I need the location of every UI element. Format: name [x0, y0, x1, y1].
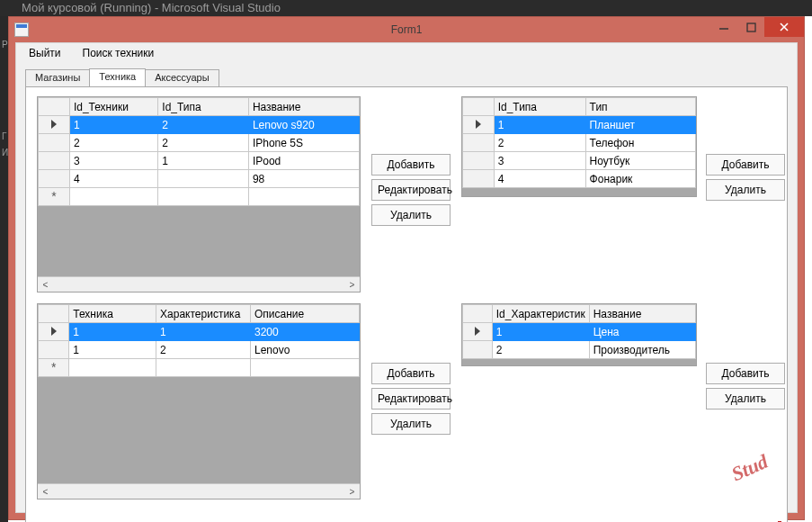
cell[interactable]: 2 [492, 341, 589, 359]
btn-type-delete[interactable]: Удалить [706, 179, 785, 201]
new-row[interactable]: * [39, 188, 360, 206]
btn-tech-edit[interactable]: Редактировать [371, 179, 451, 201]
cell[interactable]: Телефон [585, 134, 695, 152]
cell[interactable]: Производитель [589, 341, 695, 359]
table-row[interactable]: 2Производитель [463, 341, 696, 359]
cell[interactable] [158, 188, 249, 206]
column-header[interactable]: Описание [250, 305, 359, 323]
cell[interactable]: 3200 [250, 323, 359, 341]
column-header[interactable]: Id_Техники [69, 98, 157, 116]
cell[interactable]: Lenovo s920 [248, 116, 359, 134]
row-header[interactable] [463, 323, 493, 341]
scroll-left-icon[interactable]: < [38, 277, 53, 292]
btn-tc-edit[interactable]: Редактировать [371, 388, 451, 410]
table-row[interactable]: 22IPhone 5S [39, 134, 360, 152]
column-header[interactable]: Тип [585, 98, 695, 116]
column-header[interactable]: Название [248, 98, 359, 116]
row-header[interactable] [39, 323, 69, 341]
tab-accessories[interactable]: Аксессуары [145, 69, 219, 87]
cell[interactable]: Фонарик [585, 170, 695, 188]
table-row[interactable]: 113200 [39, 323, 360, 341]
cell[interactable]: Lenovo [250, 341, 359, 359]
cell[interactable]: 1 [158, 152, 249, 170]
row-header-corner[interactable] [463, 305, 493, 323]
scroll-left-icon[interactable]: < [38, 484, 53, 500]
cell[interactable]: 2 [158, 116, 249, 134]
title-bar[interactable]: Form1 [9, 17, 804, 42]
table-row[interactable]: 3Ноутбук [463, 152, 696, 170]
cell[interactable] [158, 170, 249, 188]
btn-tech-delete[interactable]: Удалить [371, 204, 451, 226]
maximize-button[interactable] [737, 17, 764, 37]
table-row[interactable]: 498 [39, 170, 360, 188]
cell[interactable]: Планшет [585, 116, 695, 134]
cell[interactable]: 3 [494, 152, 585, 170]
cell[interactable]: 2 [158, 134, 249, 152]
cell[interactable]: 2 [494, 134, 585, 152]
cell[interactable]: 1 [156, 323, 251, 341]
row-header[interactable] [39, 341, 69, 359]
column-header[interactable]: Характеристика [156, 305, 251, 323]
grid-tech-char[interactable]: ТехникаХарактеристикаОписание11320012Len… [37, 303, 361, 500]
menu-search-tech[interactable]: Поиск техники [74, 44, 164, 62]
cell[interactable] [248, 188, 359, 206]
row-header-corner[interactable] [39, 305, 69, 323]
table-row[interactable]: 2Телефон [463, 134, 696, 152]
cell[interactable]: 1 [69, 116, 157, 134]
row-header[interactable] [463, 341, 493, 359]
cell[interactable]: Цена [589, 323, 695, 341]
grid-char[interactable]: Id_ХарактеристикНазвание1Цена2Производит… [461, 303, 697, 366]
minimize-button[interactable] [710, 17, 737, 37]
row-header[interactable]: * [39, 188, 70, 206]
column-header[interactable]: Техника [69, 305, 156, 323]
table-row[interactable]: 12Lenovo [39, 341, 360, 359]
cell[interactable]: 2 [69, 134, 157, 152]
column-header[interactable]: Id_Характеристик [492, 305, 589, 323]
btn-tc-add[interactable]: Добавить [371, 363, 451, 384]
row-header-corner[interactable] [39, 98, 70, 116]
horizontal-scrollbar[interactable]: <> [38, 483, 360, 499]
btn-tc-delete[interactable]: Удалить [371, 413, 451, 435]
column-header[interactable]: Название [589, 305, 695, 323]
cell[interactable]: 98 [248, 170, 359, 188]
scroll-right-icon[interactable]: > [344, 484, 360, 500]
table-row[interactable]: 1Цена [463, 323, 696, 341]
cell[interactable] [69, 188, 157, 206]
row-header[interactable] [39, 134, 70, 152]
close-button[interactable] [764, 17, 804, 37]
cell[interactable] [156, 359, 251, 377]
tab-tech[interactable]: Техника [89, 68, 146, 86]
row-header[interactable] [463, 152, 495, 170]
grid-technique[interactable]: Id_ТехникиId_ТипаНазвание12Lenovo s92022… [37, 96, 361, 292]
tab-shops[interactable]: Магазины [25, 69, 90, 87]
btn-type-add[interactable]: Добавить [706, 154, 785, 176]
column-header[interactable]: Id_Типа [494, 98, 585, 116]
table-row[interactable]: 12Lenovo s920 [39, 116, 360, 134]
grid-type[interactable]: Id_ТипаТип1Планшет2Телефон3Ноутбук4Фонар… [461, 96, 697, 197]
scroll-right-icon[interactable]: > [344, 277, 360, 292]
cell[interactable]: Ноутбук [585, 152, 695, 170]
cell[interactable]: 1 [494, 116, 585, 134]
cell[interactable]: 1 [69, 323, 156, 341]
cell[interactable]: 2 [156, 341, 251, 359]
cell[interactable]: IPood [248, 152, 359, 170]
row-header[interactable] [463, 134, 495, 152]
cell[interactable]: 1 [492, 323, 589, 341]
cell[interactable]: 4 [69, 170, 157, 188]
menu-exit[interactable]: Выйти [20, 44, 70, 62]
new-row[interactable]: * [39, 359, 360, 377]
cell[interactable] [250, 359, 359, 377]
table-row[interactable]: 4Фонарик [463, 170, 696, 188]
row-header[interactable]: * [39, 359, 69, 377]
cell[interactable]: 1 [69, 341, 156, 359]
row-header[interactable] [463, 170, 495, 188]
row-header[interactable] [463, 116, 495, 134]
column-header[interactable]: Id_Типа [158, 98, 249, 116]
row-header-corner[interactable] [463, 98, 495, 116]
row-header[interactable] [39, 170, 70, 188]
cell[interactable]: IPhone 5S [248, 134, 359, 152]
row-header[interactable] [39, 116, 70, 134]
horizontal-scrollbar[interactable]: <> [38, 276, 360, 292]
table-row[interactable]: 1Планшет [463, 116, 696, 134]
cell[interactable]: 3 [69, 152, 157, 170]
